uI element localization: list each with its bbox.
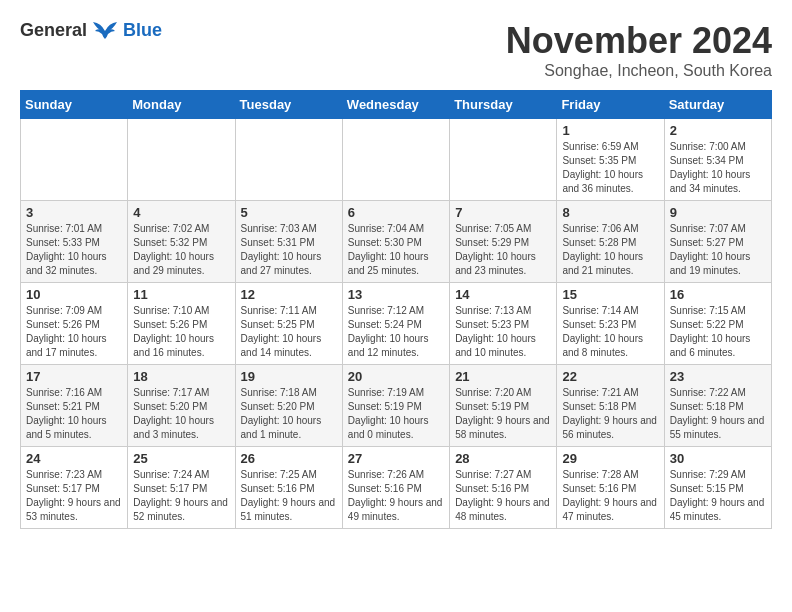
day-info: Sunrise: 7:11 AM Sunset: 5:25 PM Dayligh… [241, 304, 337, 360]
day-number: 6 [348, 205, 444, 220]
day-info: Sunrise: 7:05 AM Sunset: 5:29 PM Dayligh… [455, 222, 551, 278]
day-number: 12 [241, 287, 337, 302]
day-number: 9 [670, 205, 766, 220]
day-number: 27 [348, 451, 444, 466]
day-cell: 10Sunrise: 7:09 AM Sunset: 5:26 PM Dayli… [21, 283, 128, 365]
logo: General Blue [20, 20, 162, 41]
day-info: Sunrise: 7:16 AM Sunset: 5:21 PM Dayligh… [26, 386, 122, 442]
day-number: 25 [133, 451, 229, 466]
day-info: Sunrise: 7:21 AM Sunset: 5:18 PM Dayligh… [562, 386, 658, 442]
calendar-table: SundayMondayTuesdayWednesdayThursdayFrid… [20, 90, 772, 529]
day-info: Sunrise: 7:27 AM Sunset: 5:16 PM Dayligh… [455, 468, 551, 524]
day-number: 10 [26, 287, 122, 302]
logo-blue-text: Blue [123, 20, 162, 41]
day-info: Sunrise: 7:26 AM Sunset: 5:16 PM Dayligh… [348, 468, 444, 524]
day-cell: 15Sunrise: 7:14 AM Sunset: 5:23 PM Dayli… [557, 283, 664, 365]
day-info: Sunrise: 7:28 AM Sunset: 5:16 PM Dayligh… [562, 468, 658, 524]
header-wednesday: Wednesday [342, 91, 449, 119]
day-info: Sunrise: 6:59 AM Sunset: 5:35 PM Dayligh… [562, 140, 658, 196]
day-cell: 13Sunrise: 7:12 AM Sunset: 5:24 PM Dayli… [342, 283, 449, 365]
day-cell: 6Sunrise: 7:04 AM Sunset: 5:30 PM Daylig… [342, 201, 449, 283]
day-number: 4 [133, 205, 229, 220]
day-info: Sunrise: 7:09 AM Sunset: 5:26 PM Dayligh… [26, 304, 122, 360]
header-friday: Friday [557, 91, 664, 119]
header-saturday: Saturday [664, 91, 771, 119]
day-number: 2 [670, 123, 766, 138]
day-cell: 8Sunrise: 7:06 AM Sunset: 5:28 PM Daylig… [557, 201, 664, 283]
day-info: Sunrise: 7:15 AM Sunset: 5:22 PM Dayligh… [670, 304, 766, 360]
day-info: Sunrise: 7:25 AM Sunset: 5:16 PM Dayligh… [241, 468, 337, 524]
day-number: 7 [455, 205, 551, 220]
logo-bird-icon [91, 21, 119, 41]
header-thursday: Thursday [450, 91, 557, 119]
day-cell: 21Sunrise: 7:20 AM Sunset: 5:19 PM Dayli… [450, 365, 557, 447]
day-cell: 30Sunrise: 7:29 AM Sunset: 5:15 PM Dayli… [664, 447, 771, 529]
day-info: Sunrise: 7:00 AM Sunset: 5:34 PM Dayligh… [670, 140, 766, 196]
day-number: 5 [241, 205, 337, 220]
day-info: Sunrise: 7:07 AM Sunset: 5:27 PM Dayligh… [670, 222, 766, 278]
day-cell: 29Sunrise: 7:28 AM Sunset: 5:16 PM Dayli… [557, 447, 664, 529]
month-title: November 2024 [506, 20, 772, 62]
day-info: Sunrise: 7:02 AM Sunset: 5:32 PM Dayligh… [133, 222, 229, 278]
day-cell: 2Sunrise: 7:00 AM Sunset: 5:34 PM Daylig… [664, 119, 771, 201]
day-cell: 12Sunrise: 7:11 AM Sunset: 5:25 PM Dayli… [235, 283, 342, 365]
day-info: Sunrise: 7:03 AM Sunset: 5:31 PM Dayligh… [241, 222, 337, 278]
day-info: Sunrise: 7:14 AM Sunset: 5:23 PM Dayligh… [562, 304, 658, 360]
week-row-1: 1Sunrise: 6:59 AM Sunset: 5:35 PM Daylig… [21, 119, 772, 201]
day-number: 17 [26, 369, 122, 384]
day-cell [450, 119, 557, 201]
day-number: 19 [241, 369, 337, 384]
day-cell: 11Sunrise: 7:10 AM Sunset: 5:26 PM Dayli… [128, 283, 235, 365]
day-info: Sunrise: 7:20 AM Sunset: 5:19 PM Dayligh… [455, 386, 551, 442]
day-cell: 3Sunrise: 7:01 AM Sunset: 5:33 PM Daylig… [21, 201, 128, 283]
day-info: Sunrise: 7:13 AM Sunset: 5:23 PM Dayligh… [455, 304, 551, 360]
day-info: Sunrise: 7:18 AM Sunset: 5:20 PM Dayligh… [241, 386, 337, 442]
day-number: 23 [670, 369, 766, 384]
day-cell: 1Sunrise: 6:59 AM Sunset: 5:35 PM Daylig… [557, 119, 664, 201]
day-number: 11 [133, 287, 229, 302]
logo-general-text: General [20, 20, 87, 41]
week-row-4: 17Sunrise: 7:16 AM Sunset: 5:21 PM Dayli… [21, 365, 772, 447]
day-cell: 19Sunrise: 7:18 AM Sunset: 5:20 PM Dayli… [235, 365, 342, 447]
day-info: Sunrise: 7:23 AM Sunset: 5:17 PM Dayligh… [26, 468, 122, 524]
day-cell [342, 119, 449, 201]
day-number: 24 [26, 451, 122, 466]
day-info: Sunrise: 7:19 AM Sunset: 5:19 PM Dayligh… [348, 386, 444, 442]
day-cell: 23Sunrise: 7:22 AM Sunset: 5:18 PM Dayli… [664, 365, 771, 447]
day-cell [128, 119, 235, 201]
week-row-5: 24Sunrise: 7:23 AM Sunset: 5:17 PM Dayli… [21, 447, 772, 529]
header-tuesday: Tuesday [235, 91, 342, 119]
day-info: Sunrise: 7:17 AM Sunset: 5:20 PM Dayligh… [133, 386, 229, 442]
day-number: 20 [348, 369, 444, 384]
day-cell: 18Sunrise: 7:17 AM Sunset: 5:20 PM Dayli… [128, 365, 235, 447]
day-cell: 22Sunrise: 7:21 AM Sunset: 5:18 PM Dayli… [557, 365, 664, 447]
day-number: 8 [562, 205, 658, 220]
day-number: 3 [26, 205, 122, 220]
day-info: Sunrise: 7:29 AM Sunset: 5:15 PM Dayligh… [670, 468, 766, 524]
day-cell: 16Sunrise: 7:15 AM Sunset: 5:22 PM Dayli… [664, 283, 771, 365]
day-number: 21 [455, 369, 551, 384]
day-number: 14 [455, 287, 551, 302]
header-sunday: Sunday [21, 91, 128, 119]
day-cell: 27Sunrise: 7:26 AM Sunset: 5:16 PM Dayli… [342, 447, 449, 529]
week-row-3: 10Sunrise: 7:09 AM Sunset: 5:26 PM Dayli… [21, 283, 772, 365]
day-cell: 28Sunrise: 7:27 AM Sunset: 5:16 PM Dayli… [450, 447, 557, 529]
day-cell [21, 119, 128, 201]
title-block: November 2024 Songhae, Incheon, South Ko… [506, 20, 772, 80]
page-header: General Blue November 2024 Songhae, Inch… [20, 20, 772, 80]
week-row-2: 3Sunrise: 7:01 AM Sunset: 5:33 PM Daylig… [21, 201, 772, 283]
day-number: 26 [241, 451, 337, 466]
day-cell: 17Sunrise: 7:16 AM Sunset: 5:21 PM Dayli… [21, 365, 128, 447]
header-row: SundayMondayTuesdayWednesdayThursdayFrid… [21, 91, 772, 119]
day-number: 16 [670, 287, 766, 302]
day-number: 15 [562, 287, 658, 302]
day-cell: 4Sunrise: 7:02 AM Sunset: 5:32 PM Daylig… [128, 201, 235, 283]
day-info: Sunrise: 7:04 AM Sunset: 5:30 PM Dayligh… [348, 222, 444, 278]
day-number: 1 [562, 123, 658, 138]
day-cell: 9Sunrise: 7:07 AM Sunset: 5:27 PM Daylig… [664, 201, 771, 283]
location-subtitle: Songhae, Incheon, South Korea [506, 62, 772, 80]
day-cell: 25Sunrise: 7:24 AM Sunset: 5:17 PM Dayli… [128, 447, 235, 529]
day-number: 30 [670, 451, 766, 466]
day-number: 18 [133, 369, 229, 384]
day-cell: 5Sunrise: 7:03 AM Sunset: 5:31 PM Daylig… [235, 201, 342, 283]
